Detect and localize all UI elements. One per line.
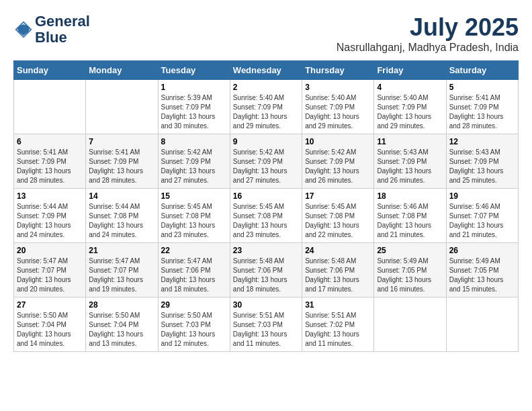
day-detail: Sunrise: 5:51 AM Sunset: 7:03 PM Dayligh… [233,311,299,349]
calendar-cell [374,298,446,352]
column-header-saturday: Saturday [446,61,518,80]
day-number: 22 [161,246,227,255]
day-number: 9 [233,137,299,146]
calendar-cell: 5Sunrise: 5:41 AM Sunset: 7:09 PM Daylig… [446,80,518,134]
calendar-cell: 27Sunrise: 5:50 AM Sunset: 7:04 PM Dayli… [14,298,86,352]
day-number: 8 [161,137,227,146]
day-number: 5 [449,83,515,92]
day-detail: Sunrise: 5:45 AM Sunset: 7:08 PM Dayligh… [233,202,299,240]
day-detail: Sunrise: 5:42 AM Sunset: 7:09 PM Dayligh… [233,148,299,185]
day-number: 14 [89,191,154,201]
calendar-cell: 15Sunrise: 5:45 AM Sunset: 7:08 PM Dayli… [158,189,230,243]
calendar-cell: 13Sunrise: 5:44 AM Sunset: 7:09 PM Dayli… [14,189,86,243]
column-header-sunday: Sunday [14,61,86,80]
day-detail: Sunrise: 5:42 AM Sunset: 7:09 PM Dayligh… [305,148,371,185]
title-section: July 2025 Nasrullahganj, Madhya Pradesh,… [337,13,519,54]
column-header-thursday: Thursday [302,61,374,80]
calendar-week-row: 27Sunrise: 5:50 AM Sunset: 7:04 PM Dayli… [14,298,519,352]
day-number: 31 [305,300,371,310]
calendar-cell: 21Sunrise: 5:47 AM Sunset: 7:07 PM Dayli… [86,243,158,298]
calendar-cell: 6Sunrise: 5:41 AM Sunset: 7:09 PM Daylig… [14,134,86,189]
calendar-table: SundayMondayTuesdayWednesdayThursdayFrid… [13,60,519,352]
day-number: 3 [305,83,371,92]
day-number: 4 [377,83,443,92]
day-detail: Sunrise: 5:50 AM Sunset: 7:04 PM Dayligh… [17,311,83,349]
calendar-cell: 8Sunrise: 5:42 AM Sunset: 7:09 PM Daylig… [158,134,230,189]
day-detail: Sunrise: 5:40 AM Sunset: 7:09 PM Dayligh… [305,93,371,131]
day-number: 25 [377,246,443,255]
day-detail: Sunrise: 5:51 AM Sunset: 7:02 PM Dayligh… [305,311,371,349]
day-detail: Sunrise: 5:42 AM Sunset: 7:09 PM Dayligh… [161,148,227,185]
day-detail: Sunrise: 5:49 AM Sunset: 7:05 PM Dayligh… [377,257,443,294]
day-detail: Sunrise: 5:49 AM Sunset: 7:05 PM Dayligh… [449,257,515,294]
day-detail: Sunrise: 5:48 AM Sunset: 7:06 PM Dayligh… [233,257,299,294]
column-header-tuesday: Tuesday [158,61,230,80]
day-detail: Sunrise: 5:45 AM Sunset: 7:08 PM Dayligh… [161,202,227,240]
day-number: 30 [233,300,299,310]
day-number: 6 [17,137,83,146]
calendar-cell: 18Sunrise: 5:46 AM Sunset: 7:08 PM Dayli… [374,189,446,243]
calendar-cell: 29Sunrise: 5:50 AM Sunset: 7:03 PM Dayli… [158,298,230,352]
day-number: 24 [305,246,371,255]
day-number: 20 [17,246,83,255]
calendar-cell: 12Sunrise: 5:43 AM Sunset: 7:09 PM Dayli… [446,134,518,189]
calendar-cell: 4Sunrise: 5:40 AM Sunset: 7:09 PM Daylig… [374,80,446,134]
calendar-cell [446,298,518,352]
calendar-cell: 28Sunrise: 5:50 AM Sunset: 7:04 PM Dayli… [86,298,158,352]
column-header-monday: Monday [86,61,158,80]
day-detail: Sunrise: 5:41 AM Sunset: 7:09 PM Dayligh… [449,93,515,131]
calendar-cell: 22Sunrise: 5:47 AM Sunset: 7:06 PM Dayli… [158,243,230,298]
day-detail: Sunrise: 5:50 AM Sunset: 7:04 PM Dayligh… [89,311,154,349]
calendar-cell: 7Sunrise: 5:41 AM Sunset: 7:09 PM Daylig… [86,134,158,189]
calendar-cell: 26Sunrise: 5:49 AM Sunset: 7:05 PM Dayli… [446,243,518,298]
day-detail: Sunrise: 5:40 AM Sunset: 7:09 PM Dayligh… [233,93,299,131]
calendar-cell: 14Sunrise: 5:44 AM Sunset: 7:08 PM Dayli… [86,189,158,243]
calendar-cell: 2Sunrise: 5:40 AM Sunset: 7:09 PM Daylig… [230,80,302,134]
day-number: 28 [89,300,154,310]
calendar-cell: 24Sunrise: 5:48 AM Sunset: 7:06 PM Dayli… [302,243,374,298]
calendar-cell: 19Sunrise: 5:46 AM Sunset: 7:07 PM Dayli… [446,189,518,243]
calendar-cell: 1Sunrise: 5:39 AM Sunset: 7:09 PM Daylig… [158,80,230,134]
calendar-cell: 3Sunrise: 5:40 AM Sunset: 7:09 PM Daylig… [302,80,374,134]
day-detail: Sunrise: 5:50 AM Sunset: 7:03 PM Dayligh… [161,311,227,349]
calendar-week-row: 6Sunrise: 5:41 AM Sunset: 7:09 PM Daylig… [14,134,519,189]
day-number: 26 [449,246,515,255]
day-detail: Sunrise: 5:45 AM Sunset: 7:08 PM Dayligh… [305,202,371,240]
calendar-header-row: SundayMondayTuesdayWednesdayThursdayFrid… [14,61,519,80]
calendar-cell: 30Sunrise: 5:51 AM Sunset: 7:03 PM Dayli… [230,298,302,352]
calendar-cell: 20Sunrise: 5:47 AM Sunset: 7:07 PM Dayli… [14,243,86,298]
month-year-title: July 2025 [337,13,519,42]
day-detail: Sunrise: 5:46 AM Sunset: 7:07 PM Dayligh… [449,202,515,240]
day-detail: Sunrise: 5:40 AM Sunset: 7:09 PM Dayligh… [377,93,443,131]
calendar-week-row: 13Sunrise: 5:44 AM Sunset: 7:09 PM Dayli… [14,189,519,243]
day-detail: Sunrise: 5:41 AM Sunset: 7:09 PM Dayligh… [89,148,154,185]
calendar-cell: 31Sunrise: 5:51 AM Sunset: 7:02 PM Dayli… [302,298,374,352]
day-number: 2 [233,83,299,92]
calendar-cell: 17Sunrise: 5:45 AM Sunset: 7:08 PM Dayli… [302,189,374,243]
day-number: 11 [377,137,443,146]
day-number: 7 [89,137,154,146]
day-detail: Sunrise: 5:44 AM Sunset: 7:08 PM Dayligh… [89,202,154,240]
day-number: 23 [233,246,299,255]
day-number: 21 [89,246,154,255]
day-detail: Sunrise: 5:48 AM Sunset: 7:06 PM Dayligh… [305,257,371,294]
day-detail: Sunrise: 5:41 AM Sunset: 7:09 PM Dayligh… [17,148,83,185]
logo: General Blue [13,13,90,46]
logo-text: General Blue [35,13,90,46]
logo-icon [13,19,34,40]
location-text: Nasrullahganj, Madhya Pradesh, India [337,42,519,54]
day-number: 16 [233,191,299,201]
day-number: 27 [17,300,83,310]
day-number: 29 [161,300,227,310]
day-number: 15 [161,191,227,201]
day-detail: Sunrise: 5:43 AM Sunset: 7:09 PM Dayligh… [449,148,515,185]
day-number: 13 [17,191,83,201]
day-detail: Sunrise: 5:44 AM Sunset: 7:09 PM Dayligh… [17,202,83,240]
calendar-cell: 9Sunrise: 5:42 AM Sunset: 7:09 PM Daylig… [230,134,302,189]
day-detail: Sunrise: 5:47 AM Sunset: 7:06 PM Dayligh… [161,257,227,294]
column-header-wednesday: Wednesday [230,61,302,80]
day-number: 17 [305,191,371,201]
day-detail: Sunrise: 5:39 AM Sunset: 7:09 PM Dayligh… [161,93,227,131]
day-detail: Sunrise: 5:43 AM Sunset: 7:09 PM Dayligh… [377,148,443,185]
calendar-cell: 23Sunrise: 5:48 AM Sunset: 7:06 PM Dayli… [230,243,302,298]
